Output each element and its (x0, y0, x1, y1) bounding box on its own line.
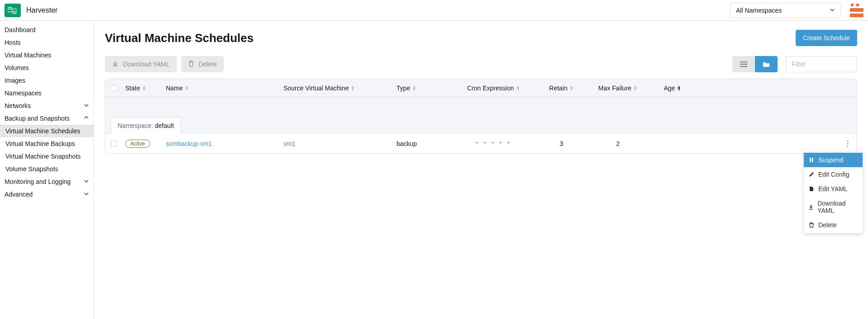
sidebar-item-label: Images (5, 77, 25, 84)
row-checkbox[interactable] (111, 141, 117, 147)
user-avatar[interactable] (850, 4, 863, 17)
layout: DashboardHostsVirtual MachinesVolumesIma… (0, 21, 868, 319)
namespace-select-value: All Namespaces (736, 7, 782, 14)
col-max[interactable]: Max Failure▲▼ (591, 84, 645, 92)
context-menu-label: Suspend (818, 156, 843, 164)
trash-icon (808, 222, 815, 228)
sidebar-item-label: Backup and Snapshots (5, 115, 70, 122)
col-source[interactable]: Source Virtual Machine▲▼ (283, 84, 396, 92)
row-select-cell (111, 141, 125, 147)
row-context-menu: SuspendEdit ConfigEdit YAMLDownload YAML… (804, 152, 863, 233)
col-state[interactable]: State▲▼ (125, 84, 166, 92)
sidebar-item-label: Hosts (5, 39, 21, 46)
sidebar: DashboardHostsVirtual MachinesVolumesIma… (0, 21, 94, 319)
view-list-button[interactable] (732, 56, 755, 72)
folder-icon (763, 61, 770, 67)
sidebar-item[interactable]: Backup and Snapshots (0, 112, 94, 125)
cell-type: backup (396, 140, 455, 147)
namespace-select[interactable]: All Namespaces (730, 3, 841, 18)
namespace-chip: Namespace: default (111, 117, 181, 134)
table-row: Activesvmbackup-vm1vm1backup* * * * *32 (105, 133, 857, 153)
sidebar-item-label: Virtual Machine Backups (5, 140, 75, 147)
context-menu-label: Edit Config (818, 171, 849, 178)
sort-icon: ▲▼ (633, 85, 638, 91)
chevron-down-icon (84, 178, 89, 185)
create-schedule-button[interactable]: Create Schedule (796, 30, 857, 46)
context-menu-label: Delete (818, 221, 836, 229)
context-menu-item[interactable]: Delete (804, 218, 863, 232)
page-head: Virtual Machine Schedules Create Schedul… (105, 30, 857, 46)
sidebar-item[interactable]: Monitoring and Logging (0, 175, 94, 188)
sidebar-item[interactable]: Advanced (0, 188, 94, 201)
sidebar-item[interactable]: Networks (0, 99, 94, 112)
filter-input[interactable] (786, 56, 857, 72)
col-type[interactable]: Type▲▼ (396, 84, 455, 92)
sidebar-item-label: Networks (5, 102, 31, 109)
sidebar-item[interactable]: Images (0, 74, 94, 87)
col-name[interactable]: Name▲▼ (166, 84, 283, 92)
vm-link[interactable]: vm1 (283, 140, 295, 147)
sidebar-item[interactable]: Virtual Machine Snapshots (0, 150, 94, 163)
download-icon (112, 61, 118, 68)
sort-icon: ▲▼ (142, 85, 146, 91)
context-menu-item[interactable]: Edit Config (804, 167, 863, 182)
cell-retain: 3 (532, 140, 591, 147)
toolbar: Download YAML Delete (105, 56, 857, 72)
sort-icon: ▲▼ (516, 85, 520, 91)
download-yaml-button[interactable]: Download YAML (105, 56, 177, 72)
chevron-down-icon (84, 102, 89, 109)
select-all-cell (111, 85, 125, 91)
sort-icon: ▲▼ (412, 85, 416, 91)
delete-button[interactable]: Delete (181, 56, 224, 72)
product-name: Harvester (26, 6, 57, 14)
sort-icon: ▲▼ (569, 85, 574, 91)
context-menu-label: Edit YAML (818, 185, 848, 192)
trash-icon (189, 61, 194, 68)
sidebar-item[interactable]: Namespaces (0, 87, 94, 99)
sidebar-item-label: Dashboard (5, 26, 36, 33)
cell-name: svmbackup-vm1 (166, 140, 283, 147)
sort-icon: ▲▼ (184, 85, 189, 91)
view-toggle (732, 56, 778, 72)
chevron-up-icon (84, 115, 89, 122)
chevron-down-icon (84, 191, 89, 198)
context-menu-item[interactable]: Edit YAML (804, 182, 863, 196)
cell-source: vm1 (283, 140, 396, 147)
cell-actions (681, 138, 851, 149)
sidebar-item-label: Namespaces (5, 89, 42, 97)
sidebar-item-label: Virtual Machine Schedules (5, 127, 80, 135)
sidebar-item[interactable]: Virtual Machine Backups (0, 137, 94, 150)
sidebar-item[interactable]: Virtual Machines (0, 49, 94, 61)
cell-max: 2 (591, 140, 645, 147)
sidebar-item-label: Volumes (5, 64, 29, 71)
sidebar-item-label: Monitoring and Logging (5, 178, 71, 185)
sort-icon: ▲▼ (350, 85, 355, 91)
context-menu-item[interactable]: Download YAML (804, 196, 863, 218)
col-cron[interactable]: Cron Expression▲▼ (455, 84, 532, 92)
download-icon (808, 204, 814, 210)
main: Virtual Machine Schedules Create Schedul… (94, 21, 868, 319)
row-actions-button[interactable] (844, 138, 851, 149)
sidebar-item[interactable]: Dashboard (0, 23, 94, 36)
cell-cron: * * * * * (455, 140, 532, 147)
view-group-button[interactable] (755, 56, 778, 72)
sidebar-item[interactable]: Volumes (0, 61, 94, 74)
namespace-group-row: Namespace: default (105, 97, 857, 133)
sidebar-item-label: Virtual Machines (5, 52, 51, 59)
pencil-icon (808, 172, 815, 177)
sidebar-item-label: Advanced (5, 191, 33, 198)
toolbar-left: Download YAML Delete (105, 56, 224, 72)
table-head: State▲▼ Name▲▼ Source Virtual Machine▲▼ … (105, 79, 857, 97)
schedule-link[interactable]: svmbackup-vm1 (166, 140, 212, 147)
context-menu-item[interactable]: Suspend (804, 153, 863, 167)
svg-rect-7 (812, 158, 813, 162)
sidebar-item[interactable]: Hosts (0, 36, 94, 49)
svg-point-5 (847, 145, 848, 147)
col-retain[interactable]: Retain▲▼ (532, 84, 591, 92)
sidebar-item[interactable]: Virtual Machine Schedules (0, 125, 94, 137)
select-all-checkbox[interactable] (111, 85, 117, 91)
sidebar-item[interactable]: Volume Snapshots (0, 163, 94, 175)
status-badge: Active (125, 140, 150, 148)
col-age[interactable]: Age▲▼ (645, 84, 681, 92)
context-menu-label: Download YAML (817, 200, 858, 214)
